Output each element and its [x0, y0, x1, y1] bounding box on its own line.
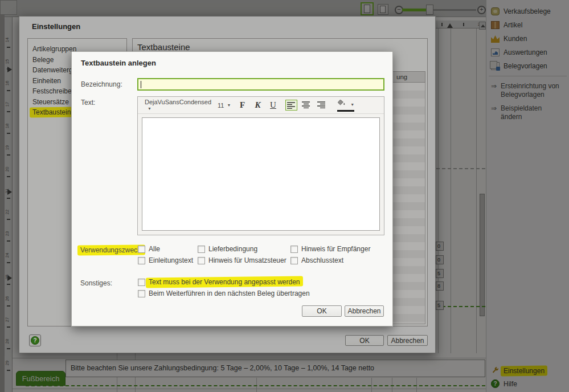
font-size-dropdown[interactable]: 11	[218, 102, 235, 109]
app-root: 14151617181920212223242526272829 21 0 0 …	[0, 0, 569, 392]
checkbox-label: Lieferbedingung	[208, 245, 257, 253]
chevron-down-icon	[227, 103, 231, 107]
verwendungszweck-label-text: Verwendungszweck:	[80, 246, 142, 254]
dialog-title: Textbaustein anlegen	[81, 59, 156, 67]
checkbox-label: Beim Weiterführen in den nächsten Beleg …	[149, 289, 310, 297]
checkbox-icon[interactable]	[138, 246, 145, 253]
checkbox-label: Einleitungstext	[149, 256, 193, 264]
text-color-dropdown[interactable]	[337, 100, 355, 111]
verwendungszweck-label: Verwendungszweck:	[80, 246, 142, 254]
ok-button[interactable]: OK	[302, 305, 342, 317]
font-size-value: 11	[218, 102, 224, 109]
paint-bucket-icon	[337, 100, 346, 107]
checkbox-text-anpassen[interactable]: Text muss bei der Verwendung angepasst w…	[138, 277, 310, 287]
checkbox-icon[interactable]	[290, 246, 298, 253]
checkbox-icon[interactable]	[198, 257, 205, 264]
rich-text-editor: DejaVuSansCondensed 11 F K U	[137, 96, 384, 235]
text-caret	[141, 81, 141, 88]
chevron-down-icon	[148, 107, 152, 111]
sonstiges-label: Sonstiges:	[80, 279, 112, 287]
text-label: Text:	[81, 99, 95, 107]
cancel-button[interactable]: Abbrechen	[345, 305, 384, 317]
checkbox-alle[interactable]: Alle	[138, 244, 198, 254]
dialog-buttons: OK Abbrechen	[302, 305, 384, 317]
checkbox-label: Text muss bei der Verwendung angepasst w…	[149, 278, 300, 286]
checkbox-label: Hinweis für Umsatzsteuer	[208, 256, 286, 264]
align-left-button[interactable]	[285, 100, 297, 111]
checkbox-hinweis-umsatzsteuer[interactable]: Hinweis für Umsatzsteuer	[198, 255, 290, 266]
align-right-button[interactable]	[316, 100, 328, 111]
bezeichnung-label: Bezeichnung:	[81, 80, 122, 88]
font-family-dropdown[interactable]: DejaVuSansCondensed	[145, 99, 208, 112]
create-textbaustein-dialog: Textbaustein anlegen Bezeichnung: Text: …	[71, 51, 393, 326]
bold-button[interactable]: F	[235, 100, 250, 110]
current-color-bar	[337, 110, 354, 112]
checkbox-hinweis-empfaenger[interactable]: Hinweis für Empfänger	[290, 244, 370, 254]
editor-text-area[interactable]	[142, 117, 380, 231]
checkbox-icon[interactable]	[138, 279, 145, 286]
checkbox-einleitungstext[interactable]: Einleitungstext	[138, 255, 198, 266]
chevron-down-icon	[350, 103, 354, 107]
checkbox-label: Alle	[149, 245, 160, 253]
align-center-button[interactable]	[301, 100, 313, 111]
checkbox-icon[interactable]	[138, 290, 145, 297]
font-family-value: DejaVuSansCondensed	[145, 99, 211, 105]
checkbox-label: Hinweis für Empfänger	[301, 245, 370, 253]
checkbox-icon[interactable]	[198, 246, 205, 253]
editor-toolbar: DejaVuSansCondensed 11 F K U	[138, 97, 384, 114]
checkbox-abschlusstext[interactable]: Abschlusstext	[290, 255, 370, 266]
verwendungszweck-options: Alle Einleitungstext Lieferbedingung Hin…	[138, 244, 370, 266]
italic-button[interactable]: K	[250, 100, 265, 110]
checkbox-icon[interactable]	[290, 257, 298, 264]
checkbox-icon[interactable]	[138, 257, 145, 264]
sonstiges-options: Text muss bei der Verwendung angepasst w…	[138, 277, 310, 299]
checkbox-lieferbedingung[interactable]: Lieferbedingung	[198, 244, 290, 254]
bezeichnung-input[interactable]	[137, 78, 384, 91]
checkbox-beleg-uebertragen[interactable]: Beim Weiterführen in den nächsten Beleg …	[138, 288, 310, 299]
underline-button[interactable]: U	[265, 100, 281, 110]
checkbox-label: Abschlusstext	[301, 256, 343, 264]
